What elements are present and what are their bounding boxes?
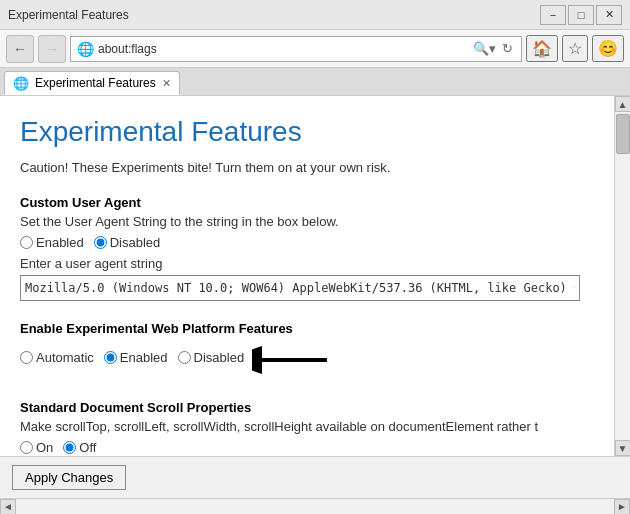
scroll-left-button[interactable]: ◄ — [0, 499, 16, 515]
tab-close-button[interactable]: ✕ — [162, 77, 171, 90]
radio-disabled-exp-text: Disabled — [194, 350, 245, 365]
window-controls: − □ ✕ — [540, 5, 622, 25]
radio-enabled-exp-text: Enabled — [120, 350, 168, 365]
arrow-container: Automatic Enabled Disabled — [20, 340, 594, 380]
nav-bar: ← → 🌐 about:flags 🔍▾ ↻ 🏠 ☆ 😊 — [0, 30, 630, 68]
radio-enabled-exp-label[interactable]: Enabled — [104, 350, 168, 365]
radio-on-scroll-text: On — [36, 440, 53, 455]
vertical-scrollbar[interactable]: ▲ ▼ — [614, 96, 630, 456]
horizontal-scrollbar[interactable]: ◄ ► — [0, 498, 630, 514]
tools-button[interactable]: 😊 — [592, 35, 624, 62]
scroll-down-button[interactable]: ▼ — [615, 440, 631, 456]
arrow-pointing-left — [252, 340, 332, 380]
search-dropdown-button[interactable]: 🔍▾ — [471, 39, 498, 58]
radio-enabled-label[interactable]: Enabled — [20, 235, 84, 250]
active-tab[interactable]: 🌐 Experimental Features ✕ — [4, 71, 180, 95]
radio-group-experimental: Automatic Enabled Disabled — [20, 350, 244, 365]
apply-changes-button[interactable]: Apply Changes — [12, 465, 126, 490]
address-icon: 🌐 — [77, 41, 94, 57]
radio-automatic-label[interactable]: Automatic — [20, 350, 94, 365]
address-bar: 🌐 about:flags 🔍▾ ↻ — [70, 36, 522, 62]
back-button[interactable]: ← — [6, 35, 34, 63]
maximize-button[interactable]: □ — [568, 5, 594, 25]
section-title-experimental: Enable Experimental Web Platform Feature… — [20, 321, 594, 336]
forward-button[interactable]: → — [38, 35, 66, 63]
radio-on-scroll-label[interactable]: On — [20, 440, 53, 455]
favorites-button[interactable]: ☆ — [562, 35, 588, 62]
home-button[interactable]: 🏠 — [526, 35, 558, 62]
tab-icon: 🌐 — [13, 76, 29, 91]
radio-group-custom-ua: Enabled Disabled — [20, 235, 594, 250]
page-area: Experimental Features Caution! These Exp… — [0, 96, 614, 456]
ua-input-label: Enter a user agent string — [20, 256, 594, 271]
address-text: about:flags — [98, 42, 467, 56]
refresh-button[interactable]: ↻ — [500, 39, 515, 58]
section-custom-user-agent: Custom User Agent Set the User Agent Str… — [20, 195, 594, 301]
radio-disabled-input[interactable] — [94, 236, 107, 249]
tab-label: Experimental Features — [35, 76, 156, 90]
section-scroll-properties: Standard Document Scroll Properties Make… — [20, 400, 594, 455]
radio-group-scroll: On Off — [20, 440, 594, 455]
scroll-up-button[interactable]: ▲ — [615, 96, 631, 112]
radio-disabled-text: Disabled — [110, 235, 161, 250]
radio-on-scroll-input[interactable] — [20, 441, 33, 454]
radio-off-scroll-input[interactable] — [63, 441, 76, 454]
main-content: Experimental Features Caution! These Exp… — [0, 96, 630, 456]
bottom-bar: Apply Changes — [0, 456, 630, 498]
radio-off-scroll-label[interactable]: Off — [63, 440, 96, 455]
scroll-right-button[interactable]: ► — [614, 499, 630, 515]
minimize-button[interactable]: − — [540, 5, 566, 25]
address-actions: 🔍▾ ↻ — [471, 39, 515, 58]
tab-bar: 🌐 Experimental Features ✕ — [0, 68, 630, 96]
title-bar: Experimental Features − □ ✕ — [0, 0, 630, 30]
radio-disabled-exp-input[interactable] — [178, 351, 191, 364]
radio-disabled-label[interactable]: Disabled — [94, 235, 161, 250]
section-title-custom-ua: Custom User Agent — [20, 195, 594, 210]
section-experimental-web: Enable Experimental Web Platform Feature… — [20, 321, 594, 380]
close-button[interactable]: ✕ — [596, 5, 622, 25]
section-desc-scroll: Make scrollTop, scrollLeft, scrollWidth,… — [20, 419, 594, 434]
section-title-scroll: Standard Document Scroll Properties — [20, 400, 594, 415]
radio-off-scroll-text: Off — [79, 440, 96, 455]
scroll-thumb[interactable] — [616, 114, 630, 154]
radio-enabled-input[interactable] — [20, 236, 33, 249]
window-title: Experimental Features — [8, 8, 129, 22]
radio-enabled-exp-input[interactable] — [104, 351, 117, 364]
caution-text: Caution! These Experiments bite! Turn th… — [20, 160, 594, 175]
radio-enabled-text: Enabled — [36, 235, 84, 250]
page-title: Experimental Features — [20, 116, 594, 148]
radio-automatic-text: Automatic — [36, 350, 94, 365]
section-desc-custom-ua: Set the User Agent String to the string … — [20, 214, 594, 229]
radio-disabled-exp-label[interactable]: Disabled — [178, 350, 245, 365]
radio-automatic-input[interactable] — [20, 351, 33, 364]
user-agent-input[interactable] — [20, 275, 580, 301]
title-bar-left: Experimental Features — [8, 8, 129, 22]
